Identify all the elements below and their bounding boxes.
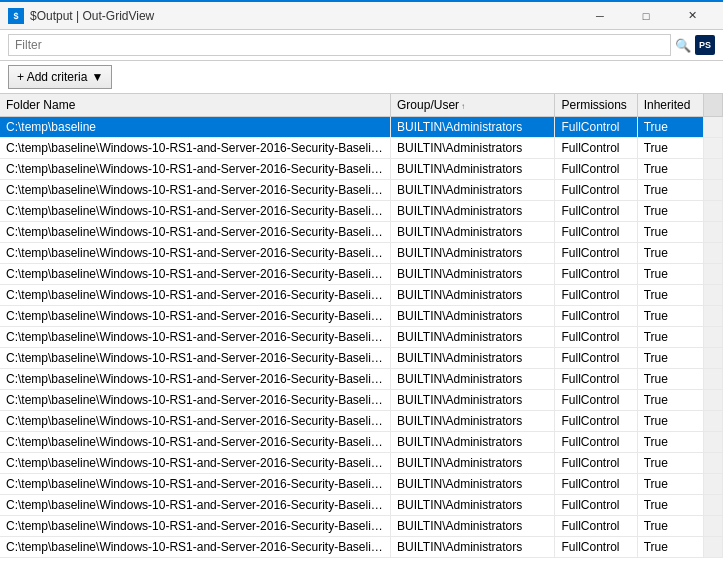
- add-criteria-label: + Add criteria: [17, 70, 87, 84]
- table-row[interactable]: C:\temp\baseline\Windows-10-RS1-and-Serv…: [0, 243, 723, 264]
- cell-group: BUILTIN\Administrators: [391, 348, 555, 369]
- cell-inherited: True: [637, 348, 704, 369]
- group-header-label: Group/User: [397, 98, 459, 112]
- title-bar-left: $ $Output | Out-GridView: [8, 8, 154, 24]
- scroll-cell: [704, 432, 723, 453]
- table-row[interactable]: C:\temp\baseline\Windows-10-RS1-and-Serv…: [0, 537, 723, 558]
- table-row[interactable]: C:\temp\baseline\Windows-10-RS1-and-Serv…: [0, 453, 723, 474]
- cell-group: BUILTIN\Administrators: [391, 264, 555, 285]
- cell-folder: C:\temp\baseline\Windows-10-RS1-and-Serv…: [0, 306, 391, 327]
- cell-permissions: FullControl: [555, 285, 637, 306]
- cell-group: BUILTIN\Administrators: [391, 117, 555, 138]
- cell-inherited: True: [637, 201, 704, 222]
- cell-group: BUILTIN\Administrators: [391, 180, 555, 201]
- close-button[interactable]: ✕: [669, 1, 715, 31]
- scroll-cell: [704, 348, 723, 369]
- cell-folder: C:\temp\baseline\Windows-10-RS1-and-Serv…: [0, 138, 391, 159]
- cell-group: BUILTIN\Administrators: [391, 243, 555, 264]
- table-row[interactable]: C:\temp\baseline\Windows-10-RS1-and-Serv…: [0, 222, 723, 243]
- cell-inherited: True: [637, 327, 704, 348]
- cell-inherited: True: [637, 306, 704, 327]
- scroll-cell: [704, 264, 723, 285]
- table-row[interactable]: C:\temp\baseline\Windows-10-RS1-and-Serv…: [0, 495, 723, 516]
- scroll-cell: [704, 411, 723, 432]
- table-row[interactable]: C:\temp\baseline\Windows-10-RS1-and-Serv…: [0, 474, 723, 495]
- add-criteria-button[interactable]: + Add criteria ▼: [8, 65, 112, 89]
- maximize-button[interactable]: □: [623, 1, 669, 31]
- cell-folder: C:\temp\baseline\Windows-10-RS1-and-Serv…: [0, 201, 391, 222]
- cell-folder: C:\temp\baseline: [0, 117, 391, 138]
- cell-inherited: True: [637, 537, 704, 558]
- cell-folder: C:\temp\baseline\Windows-10-RS1-and-Serv…: [0, 495, 391, 516]
- filter-input[interactable]: [8, 34, 671, 56]
- cell-folder: C:\temp\baseline\Windows-10-RS1-and-Serv…: [0, 516, 391, 537]
- cell-folder: C:\temp\baseline\Windows-10-RS1-and-Serv…: [0, 159, 391, 180]
- cell-inherited: True: [637, 159, 704, 180]
- grid-container[interactable]: Folder Name Group/User↑ Permissions Inhe…: [0, 94, 723, 574]
- table-row[interactable]: C:\temp\baseline\Windows-10-RS1-and-Serv…: [0, 138, 723, 159]
- table-row[interactable]: C:\temp\baseline\Windows-10-RS1-and-Serv…: [0, 516, 723, 537]
- minimize-button[interactable]: ─: [577, 1, 623, 31]
- table-row[interactable]: C:\temp\baseline\Windows-10-RS1-and-Serv…: [0, 327, 723, 348]
- table-row[interactable]: C:\temp\baseline\Windows-10-RS1-and-Serv…: [0, 285, 723, 306]
- table-row[interactable]: C:\temp\baseline\Windows-10-RS1-and-Serv…: [0, 159, 723, 180]
- cell-permissions: FullControl: [555, 453, 637, 474]
- scroll-cell: [704, 306, 723, 327]
- sort-arrow-icon: ↑: [461, 102, 465, 111]
- inherited-header-label: Inherited: [644, 98, 691, 112]
- cell-permissions: FullControl: [555, 159, 637, 180]
- cell-inherited: True: [637, 117, 704, 138]
- dropdown-arrow-icon: ▼: [91, 70, 103, 84]
- table-row[interactable]: C:\temp\baseline\Windows-10-RS1-and-Serv…: [0, 264, 723, 285]
- cell-group: BUILTIN\Administrators: [391, 537, 555, 558]
- table-row[interactable]: C:\temp\baselineBUILTIN\AdministratorsFu…: [0, 117, 723, 138]
- table-row[interactable]: C:\temp\baseline\Windows-10-RS1-and-Serv…: [0, 348, 723, 369]
- table-row[interactable]: C:\temp\baseline\Windows-10-RS1-and-Serv…: [0, 201, 723, 222]
- col-header-group[interactable]: Group/User↑: [391, 94, 555, 117]
- scroll-cell: [704, 495, 723, 516]
- table-row[interactable]: C:\temp\baseline\Windows-10-RS1-and-Serv…: [0, 180, 723, 201]
- column-headers: Folder Name Group/User↑ Permissions Inhe…: [0, 94, 723, 117]
- cell-inherited: True: [637, 243, 704, 264]
- table-row[interactable]: C:\temp\baseline\Windows-10-RS1-and-Serv…: [0, 390, 723, 411]
- grid-body: C:\temp\baselineBUILTIN\AdministratorsFu…: [0, 117, 723, 558]
- cell-inherited: True: [637, 369, 704, 390]
- scroll-cell: [704, 243, 723, 264]
- scroll-cell: [704, 453, 723, 474]
- cell-group: BUILTIN\Administrators: [391, 411, 555, 432]
- cell-group: BUILTIN\Administrators: [391, 327, 555, 348]
- col-header-inherited[interactable]: Inherited: [637, 94, 704, 117]
- cell-inherited: True: [637, 453, 704, 474]
- cell-folder: C:\temp\baseline\Windows-10-RS1-and-Serv…: [0, 222, 391, 243]
- perm-header-label: Permissions: [561, 98, 626, 112]
- cell-permissions: FullControl: [555, 138, 637, 159]
- cell-inherited: True: [637, 138, 704, 159]
- scroll-cell: [704, 474, 723, 495]
- cell-inherited: True: [637, 264, 704, 285]
- col-header-folder[interactable]: Folder Name: [0, 94, 391, 117]
- title-bar: $ $Output | Out-GridView ─ □ ✕: [0, 0, 723, 30]
- cell-group: BUILTIN\Administrators: [391, 306, 555, 327]
- cell-permissions: FullControl: [555, 327, 637, 348]
- table-row[interactable]: C:\temp\baseline\Windows-10-RS1-and-Serv…: [0, 369, 723, 390]
- table-row[interactable]: C:\temp\baseline\Windows-10-RS1-and-Serv…: [0, 306, 723, 327]
- icon-label: $: [13, 11, 18, 21]
- scroll-cell: [704, 180, 723, 201]
- cell-permissions: FullControl: [555, 243, 637, 264]
- cell-permissions: FullControl: [555, 516, 637, 537]
- cell-folder: C:\temp\baseline\Windows-10-RS1-and-Serv…: [0, 348, 391, 369]
- cell-folder: C:\temp\baseline\Windows-10-RS1-and-Serv…: [0, 327, 391, 348]
- cell-group: BUILTIN\Administrators: [391, 201, 555, 222]
- cell-folder: C:\temp\baseline\Windows-10-RS1-and-Serv…: [0, 474, 391, 495]
- cell-inherited: True: [637, 411, 704, 432]
- col-header-permissions[interactable]: Permissions: [555, 94, 637, 117]
- cell-folder: C:\temp\baseline\Windows-10-RS1-and-Serv…: [0, 537, 391, 558]
- cell-folder: C:\temp\baseline\Windows-10-RS1-and-Serv…: [0, 453, 391, 474]
- cell-group: BUILTIN\Administrators: [391, 369, 555, 390]
- scroll-cell: [704, 117, 723, 138]
- cell-permissions: FullControl: [555, 411, 637, 432]
- cell-inherited: True: [637, 474, 704, 495]
- table-row[interactable]: C:\temp\baseline\Windows-10-RS1-and-Serv…: [0, 411, 723, 432]
- cell-permissions: FullControl: [555, 201, 637, 222]
- table-row[interactable]: C:\temp\baseline\Windows-10-RS1-and-Serv…: [0, 432, 723, 453]
